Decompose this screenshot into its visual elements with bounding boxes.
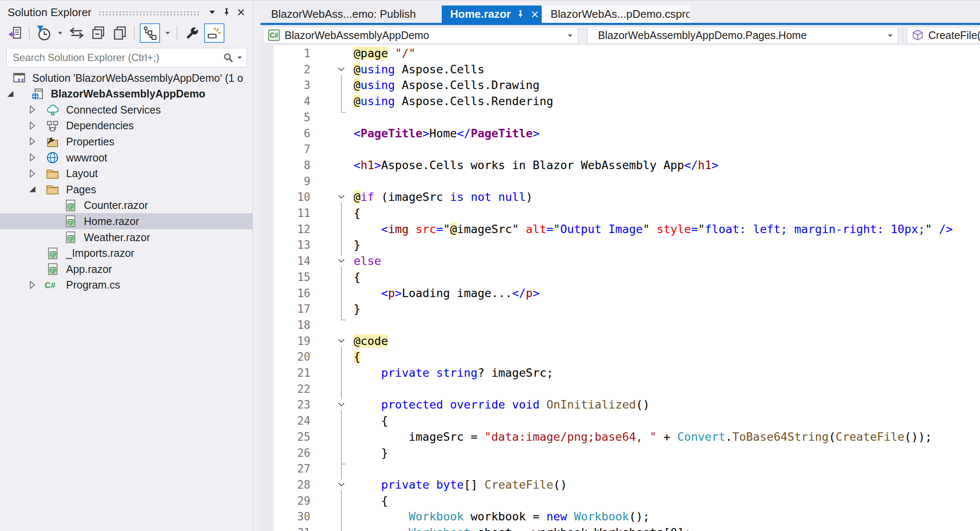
tree-expander-collapsed-icon[interactable] <box>27 277 38 293</box>
line-number: 16 <box>274 285 310 301</box>
pin-icon[interactable] <box>219 5 234 19</box>
show-all-files-button[interactable] <box>111 24 129 42</box>
tree-item-solution-blazorwebassemblyappdemo-1-o[interactable]: Solution 'BlazorWebAssemblyAppDemo' (1 o <box>0 70 252 86</box>
code-token <box>409 222 415 236</box>
tree-expander-collapsed-icon[interactable] <box>27 166 38 182</box>
code-token: </ <box>457 127 471 140</box>
code-line[interactable]: 26 } <box>260 445 980 461</box>
code-line[interactable]: 25 imageSrc = "data:image/png;base64, " … <box>260 429 980 445</box>
code-line[interactable]: 15{ <box>260 269 980 285</box>
code-line[interactable]: 17} <box>260 301 980 317</box>
tree-item-app-razor[interactable]: @App.razor <box>0 261 252 277</box>
outline-chevron-icon[interactable] <box>336 399 347 410</box>
tree-item-imports-razor[interactable]: @_Imports.razor <box>0 245 252 261</box>
tree-expander-expanded-icon[interactable] <box>5 86 16 102</box>
tree-item-connected-services[interactable]: Connected Services <box>0 102 252 118</box>
code-line[interactable]: 6<PageTitle>Home</PageTitle> <box>260 125 980 142</box>
search-icon[interactable] <box>223 52 234 63</box>
type-dropdown[interactable]: BlazorWebAssemblyAppDemo.Pages.Home <box>587 27 898 44</box>
code-line[interactable]: 21 private string? imageSrc; <box>260 365 980 381</box>
tree-expander-collapsed-icon[interactable] <box>27 118 38 134</box>
tree-expander-collapsed-icon[interactable] <box>27 133 38 150</box>
code-line[interactable]: 9 <box>260 173 980 189</box>
code-line[interactable]: 4@using Aspose.Cells.Rendering <box>260 93 980 109</box>
search-input[interactable] <box>13 52 223 64</box>
tree-item-pages[interactable]: Pages <box>0 181 252 197</box>
outline-chevron-icon[interactable] <box>336 336 347 347</box>
code-text: else <box>354 253 381 269</box>
drag-grip[interactable] <box>98 11 199 16</box>
code-line[interactable]: 10@if (imageSrc is not null) <box>260 189 980 205</box>
tree-expander-expanded-icon[interactable] <box>27 181 38 197</box>
sync-with-active-document-button[interactable] <box>6 24 24 42</box>
code-line[interactable]: 14else <box>260 253 980 269</box>
outline-chevron-icon[interactable] <box>336 64 347 75</box>
close-icon[interactable] <box>234 5 248 19</box>
tree-item-properties[interactable]: Properties <box>0 133 252 150</box>
tree-item-dependencies[interactable]: Dependencies <box>0 118 252 134</box>
tree-item-wwwroot[interactable]: wwwroot <box>0 150 252 166</box>
code-token: PageTitle <box>360 127 422 140</box>
chevron-down-icon[interactable] <box>56 30 64 36</box>
code-text: { <box>354 269 360 285</box>
tree-item-counter-razor[interactable]: @Counter.razor <box>0 197 252 214</box>
collapse-all-button[interactable] <box>89 24 107 42</box>
tree-item-layout[interactable]: Layout <box>0 166 252 182</box>
code-line[interactable]: 29 { <box>260 493 980 509</box>
tab-close-icon[interactable] <box>530 8 540 21</box>
preview-selected-items-button[interactable] <box>204 23 224 43</box>
tree-item-blazorwebassemblyappdemo[interactable]: BlazorWebAssemblyAppDemo <box>0 86 252 102</box>
code-line[interactable]: 16 <p>Loading image...</p> <box>260 285 980 301</box>
tree-item-weather-razor[interactable]: @Weather.razor <box>0 229 252 245</box>
code-token <box>567 510 574 523</box>
code-line[interactable]: 5 <box>260 109 980 125</box>
switch-views-button[interactable] <box>68 24 86 42</box>
chevron-down-icon[interactable] <box>164 30 172 36</box>
code-line[interactable]: 28 private byte[] CreateFile() <box>260 477 980 493</box>
code-line[interactable]: 20{ <box>260 349 980 365</box>
outline-guide-tick <box>341 112 346 113</box>
tab-blazorwebas-pdemo-csproj[interactable]: BlazorWebAs...pDemo.csproj <box>542 6 689 23</box>
search-dropdown-chevron-down-icon[interactable] <box>236 54 243 61</box>
code-token: /> <box>939 222 953 236</box>
member-dropdown[interactable]: CreateFile() <box>907 27 980 44</box>
tab-pin-icon[interactable] <box>516 8 525 21</box>
panel-options-chevron-down-icon[interactable] <box>205 5 219 19</box>
code-line[interactable]: 27 <box>260 461 980 477</box>
code-editor[interactable]: 1@page "/"2@using Aspose.Cells3@using As… <box>260 45 980 531</box>
tree-expander-collapsed-icon[interactable] <box>27 150 38 166</box>
code-token: ? imageSrc; <box>478 366 554 379</box>
line-number: 2 <box>274 61 310 78</box>
code-line[interactable]: 31 Worksheet sheet = workbook.Worksheets… <box>260 525 980 531</box>
code-line[interactable]: 3@using Aspose.Cells.Drawing <box>260 77 980 93</box>
properties-button[interactable] <box>183 24 200 42</box>
outline-chevron-icon[interactable] <box>336 192 347 203</box>
code-line[interactable]: 30 Workbook workbook = new Workbook(); <box>260 509 980 525</box>
code-line[interactable]: 22 <box>260 381 980 397</box>
code-line[interactable]: 7 <box>260 141 980 157</box>
pending-changes-filter-button[interactable] <box>35 24 53 42</box>
code-line[interactable]: 18 <box>260 317 980 333</box>
code-line[interactable]: 11{ <box>260 205 980 221</box>
tab-home-razor[interactable]: Home.razor <box>442 6 542 23</box>
code-line[interactable]: 19@code <box>260 333 980 349</box>
tab-blazorwebass-emo-publish[interactable]: BlazorWebAss...emo: Publish <box>263 6 438 23</box>
code-line[interactable]: 23 protected override void OnInitialized… <box>260 397 980 413</box>
project-dropdown[interactable]: C# BlazorWebAssemblyAppDemo <box>263 27 578 44</box>
outline-chevron-icon[interactable] <box>336 479 347 490</box>
tree-expander-collapsed-icon[interactable] <box>27 102 38 118</box>
code-line[interactable]: 13} <box>260 237 980 253</box>
tree-item-program-cs[interactable]: C#Program.cs <box>0 277 252 293</box>
code-line[interactable]: 1@page "/" <box>260 45 980 61</box>
code-text: protected override void OnInitialized() <box>354 397 650 413</box>
code-line[interactable]: 8<h1>Aspose.Cells works in Blazor WebAss… <box>260 157 980 173</box>
code-text: <img src="@imageSrc" alt="Output Image" … <box>354 221 952 237</box>
outline-chevron-icon[interactable] <box>336 256 347 267</box>
code-token: Output Image <box>560 222 643 236</box>
code-line[interactable]: 2@using Aspose.Cells <box>260 61 980 78</box>
tree-item-home-razor[interactable]: @Home.razor <box>0 213 252 229</box>
solutions-and-folders-button[interactable] <box>140 23 160 43</box>
code-line[interactable]: 12 <img src="@imageSrc" alt="Output Imag… <box>260 221 980 237</box>
code-line[interactable]: 24 { <box>260 413 980 429</box>
line-number: 11 <box>274 205 310 221</box>
